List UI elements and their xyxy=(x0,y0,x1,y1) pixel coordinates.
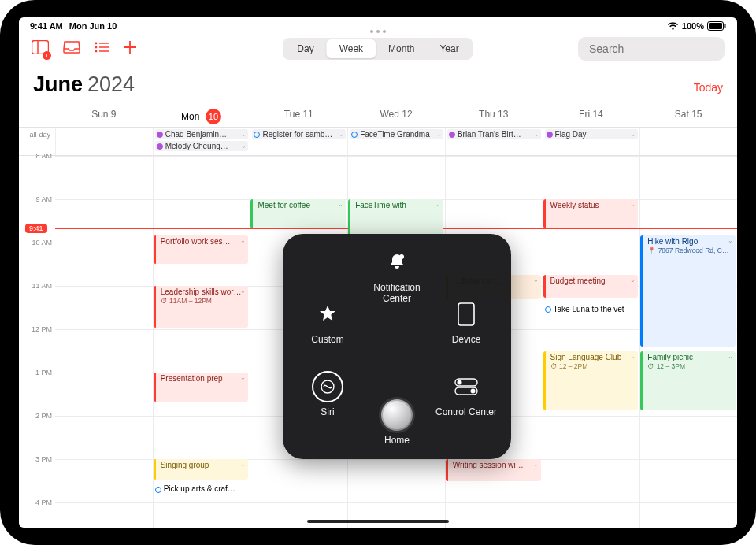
day-header[interactable]: Sat 15 xyxy=(639,109,737,127)
svg-rect-1 xyxy=(709,23,722,29)
tab-week[interactable]: Week xyxy=(327,39,376,58)
calendar-event[interactable]: Pick up arts & craf… xyxy=(154,483,249,501)
calendar-event[interactable]: Writing session wi…⌄ xyxy=(446,459,541,481)
inbox-icon[interactable] xyxy=(63,41,80,57)
assistive-touch-menu[interactable]: Notification Center Custom Device Siri C… xyxy=(283,234,511,459)
status-date: Mon Jun 10 xyxy=(69,21,117,31)
search-input[interactable] xyxy=(589,43,727,55)
month-name: June xyxy=(33,72,83,97)
tab-month[interactable]: Month xyxy=(376,39,427,58)
allday-event[interactable]: Chad Benjamin…⌄ xyxy=(155,129,249,139)
home-button-icon xyxy=(381,399,413,431)
svg-point-6 xyxy=(95,46,98,49)
calendar-event[interactable]: Presentation prep⌄ xyxy=(154,373,249,402)
hour-label: 2 PM xyxy=(35,412,52,420)
svg-point-5 xyxy=(95,43,98,45)
day-header-row: Sun 9Mon 10Tue 11Wed 12Thu 13Fri 14Sat 1… xyxy=(19,109,737,128)
allday-cell[interactable]: FaceTime Grandma⌄ xyxy=(347,128,445,155)
hour-label: 10 AM xyxy=(32,239,52,247)
at-siri[interactable]: Siri xyxy=(292,371,363,417)
at-notification-center[interactable]: Notification Center xyxy=(361,247,432,304)
allday-cell[interactable]: Brian Tran's Birt…⌄ xyxy=(445,128,543,155)
day-header[interactable]: Sun 9 xyxy=(55,109,153,127)
allday-event[interactable]: Register for samb…⌄ xyxy=(252,129,346,139)
calendar-event[interactable]: Family picnic⏱ 12 – 3PM⌄ xyxy=(640,351,736,410)
tab-day[interactable]: Day xyxy=(284,39,326,58)
bell-icon xyxy=(381,247,413,278)
allday-cell[interactable] xyxy=(639,128,737,155)
month-header: June 2024 Today xyxy=(19,65,737,100)
at-custom[interactable]: Custom xyxy=(292,298,363,345)
today-button[interactable]: Today xyxy=(694,81,723,94)
star-icon xyxy=(312,298,343,330)
wifi-icon xyxy=(667,22,679,31)
day-header[interactable]: Thu 13 xyxy=(445,109,543,127)
calendar-event[interactable]: FaceTime with⌄ xyxy=(348,199,443,237)
allday-cell[interactable]: Flag Day⌄ xyxy=(543,128,640,155)
hour-label: 11 AM xyxy=(32,282,52,290)
allday-event[interactable]: Brian Tran's Birt…⌄ xyxy=(447,129,541,139)
screen: 9:41 AM Mon Jun 10 100% 1 xyxy=(19,17,737,528)
calendar-event[interactable]: Sign Language Club⏱ 12 – 2PM⌄ xyxy=(543,351,639,410)
list-icon[interactable] xyxy=(94,42,109,56)
at-device[interactable]: Device xyxy=(431,298,502,345)
allday-cell[interactable]: Register for samb…⌄ xyxy=(250,128,347,155)
home-indicator[interactable] xyxy=(307,520,449,523)
view-segmented-control[interactable]: Day Week Month Year xyxy=(283,38,472,60)
battery-icon xyxy=(707,21,726,31)
status-bar: 9:41 AM Mon Jun 10 100% xyxy=(19,17,737,33)
svg-rect-17 xyxy=(458,303,474,325)
tab-year[interactable]: Year xyxy=(427,39,471,58)
time-column: 8 AM9 AM10 AM11 AM12 PM1 PM2 PM3 PM4 PM xyxy=(19,156,55,528)
battery-percent: 100% xyxy=(682,21,704,31)
svg-point-7 xyxy=(95,50,98,53)
allday-event[interactable]: Flag Day⌄ xyxy=(545,129,639,139)
calendar-event[interactable]: Hike with Rigo📍 7867 Redwood Rd, Castro … xyxy=(640,235,736,347)
day-header[interactable]: Tue 11 xyxy=(250,109,347,127)
status-time: 9:41 AM xyxy=(30,21,63,31)
search-field[interactable] xyxy=(578,37,724,61)
hour-label: 3 PM xyxy=(35,455,52,463)
device-icon xyxy=(450,298,482,330)
calendar-event[interactable]: Weekly status⌄ xyxy=(543,199,639,228)
allday-event[interactable]: FaceTime Grandma⌄ xyxy=(350,129,443,139)
day-header[interactable]: Wed 12 xyxy=(347,109,445,127)
now-time-pill: 9:41 xyxy=(25,224,47,233)
day-header[interactable]: Mon 10 xyxy=(153,109,250,127)
allday-cell[interactable] xyxy=(55,128,153,155)
allday-event[interactable]: Melody Cheung…⌄ xyxy=(155,141,249,151)
svg-point-22 xyxy=(471,389,476,394)
hour-label: 12 PM xyxy=(32,325,52,333)
hour-label: 9 AM xyxy=(35,195,52,203)
calendar-event[interactable]: Portfolio work ses…⌄ xyxy=(154,235,249,265)
hour-label: 1 PM xyxy=(35,369,52,376)
day-header[interactable]: Fri 14 xyxy=(543,109,640,127)
hour-label: 4 PM xyxy=(35,499,52,506)
allday-row: all-day Chad Benjamin…⌄Melody Cheung…⌄Re… xyxy=(19,128,737,156)
calendar-event[interactable]: Take Luna to the vet xyxy=(543,303,639,321)
toolbar: 1 Day Week Month Year xyxy=(19,33,737,65)
calendar-event[interactable]: Singing group⌄ xyxy=(154,459,249,480)
calendar-event[interactable]: Leadership skills workshop⏱ 11AM – 12PM⌄ xyxy=(154,286,249,328)
siri-icon xyxy=(312,371,343,402)
calendar-event[interactable]: Meet for coffee⌄ xyxy=(250,199,346,228)
month-year: 2024 xyxy=(87,72,135,97)
add-event-icon[interactable] xyxy=(123,40,137,57)
calendar-sidebar-icon[interactable]: 1 xyxy=(32,40,49,57)
at-home[interactable]: Home xyxy=(361,399,432,446)
allday-label: all-day xyxy=(19,131,55,139)
svg-point-16 xyxy=(399,254,404,259)
hour-label: 8 AM xyxy=(35,152,52,160)
allday-cell[interactable]: Chad Benjamin…⌄Melody Cheung…⌄ xyxy=(153,128,250,155)
svg-point-20 xyxy=(458,380,462,385)
calendar-event[interactable]: Budget meeting⌄ xyxy=(543,275,639,297)
svg-rect-2 xyxy=(724,24,726,28)
ipad-frame: 9:41 AM Mon Jun 10 100% 1 xyxy=(0,0,756,545)
toggles-icon xyxy=(450,371,482,402)
at-control-center[interactable]: Control Center xyxy=(431,371,502,417)
